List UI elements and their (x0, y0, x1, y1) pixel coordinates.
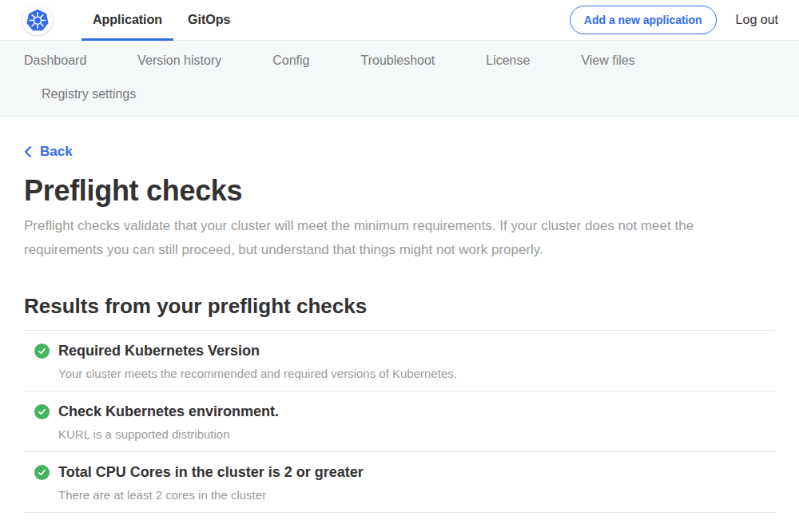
page-description-line-2: requirements you can still proceed, but … (24, 238, 775, 262)
page-description: Preflight checks validate that your clus… (24, 214, 775, 262)
tab-application[interactable]: Application (80, 0, 175, 41)
chevron-left-icon (24, 145, 32, 158)
check-row-kubernetes-environment: Check Kubernetes environment. KURL is a … (24, 391, 775, 452)
preflight-page: Back Preflight checks Preflight checks v… (0, 117, 799, 532)
kubernetes-helm-icon (25, 7, 50, 33)
top-navbar: Application GitOps Add a new application… (0, 0, 799, 41)
check-pass-icon (34, 343, 50, 359)
check-message: KURL is a supported distribution (58, 427, 775, 441)
check-pass-icon (34, 404, 50, 419)
page-title: Preflight checks (24, 174, 775, 208)
back-link[interactable]: Back (24, 144, 73, 160)
subnav-item-registry-settings[interactable]: Registry settings (42, 77, 136, 111)
checkmark-glyph (38, 468, 46, 477)
kubernetes-logo-icon (22, 5, 53, 35)
check-message: Your cluster meets the recommended and r… (58, 367, 775, 380)
subnav-item-view-files[interactable]: View files (581, 44, 634, 77)
rerun-row: Re-run (24, 513, 775, 532)
check-head: Total CPU Cores in the cluster is 2 or g… (34, 464, 775, 481)
logout-link[interactable]: Log out (736, 13, 778, 27)
tab-gitops[interactable]: GitOps (175, 0, 243, 41)
subnav-item-dashboard[interactable]: Dashboard (24, 44, 86, 77)
subnav-item-config[interactable]: Config (272, 44, 309, 77)
check-row-kubernetes-version: Required Kubernetes Version Your cluster… (24, 331, 775, 391)
results-heading: Results from your preflight checks (24, 294, 775, 319)
back-link-label: Back (40, 144, 73, 160)
subnav-item-version-history[interactable]: Version history (137, 44, 221, 77)
check-message: There are at least 2 cores in the cluste… (58, 488, 775, 502)
checkmark-glyph (38, 347, 46, 355)
preflight-check-list: Required Kubernetes Version Your cluster… (24, 330, 775, 513)
subnav-item-license[interactable]: License (486, 44, 530, 77)
page-description-line-1: Preflight checks validate that your clus… (24, 214, 775, 238)
check-head: Check Kubernetes environment. (34, 403, 775, 420)
primary-tabs: Application GitOps (80, 0, 243, 41)
check-row-cpu-cores: Total CPU Cores in the cluster is 2 or g… (24, 452, 775, 513)
check-title: Total CPU Cores in the cluster is 2 or g… (58, 464, 364, 481)
add-new-application-button[interactable]: Add a new application (570, 6, 717, 34)
app-subnav: Dashboard Version history Config Trouble… (0, 41, 799, 117)
tab-gitops-label: GitOps (188, 13, 230, 27)
check-pass-icon (34, 465, 50, 480)
subnav-item-troubleshoot[interactable]: Troubleshoot (360, 44, 435, 77)
tab-application-label: Application (93, 13, 162, 27)
check-title: Check Kubernetes environment. (58, 403, 279, 420)
check-title: Required Kubernetes Version (58, 343, 260, 359)
checkmark-glyph (38, 407, 46, 416)
check-head: Required Kubernetes Version (34, 343, 775, 359)
